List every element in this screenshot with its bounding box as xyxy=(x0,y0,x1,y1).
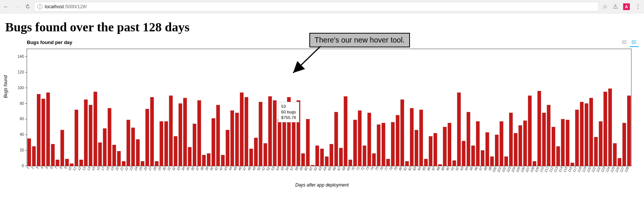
bar[interactable] xyxy=(367,113,371,166)
bar[interactable] xyxy=(306,119,309,166)
forward-icon[interactable]: → xyxy=(14,3,20,10)
bar[interactable] xyxy=(292,118,295,166)
bar[interactable] xyxy=(452,160,456,166)
bar[interactable] xyxy=(221,155,224,166)
bar[interactable] xyxy=(386,159,390,166)
bar[interactable] xyxy=(604,92,607,166)
bar[interactable] xyxy=(325,157,328,166)
bar[interactable] xyxy=(613,143,616,166)
bar[interactable] xyxy=(302,154,305,166)
bar[interactable] xyxy=(174,136,177,166)
bar[interactable] xyxy=(627,96,631,166)
back-icon[interactable]: ← xyxy=(3,3,9,10)
bar[interactable] xyxy=(537,91,541,166)
bar[interactable] xyxy=(542,113,546,166)
bar[interactable] xyxy=(585,104,588,166)
bar[interactable] xyxy=(245,97,248,166)
bar[interactable] xyxy=(28,139,31,166)
bar[interactable] xyxy=(608,89,612,166)
bar[interactable] xyxy=(481,150,484,166)
bar[interactable] xyxy=(396,115,399,166)
bar[interactable] xyxy=(98,142,102,166)
bar[interactable] xyxy=(590,98,593,166)
bar[interactable] xyxy=(528,96,531,166)
bar[interactable] xyxy=(56,160,59,166)
bar[interactable] xyxy=(594,137,597,166)
alert-icon[interactable]: ⚠ xyxy=(613,3,618,10)
bar[interactable] xyxy=(60,130,64,166)
bar[interactable] xyxy=(183,98,187,166)
bar[interactable] xyxy=(249,149,253,166)
bar[interactable] xyxy=(122,161,125,166)
bar[interactable] xyxy=(188,147,192,166)
bar[interactable] xyxy=(519,125,522,166)
bar[interactable] xyxy=(207,154,210,166)
bar[interactable] xyxy=(339,148,342,166)
bar[interactable] xyxy=(316,146,319,166)
bar[interactable] xyxy=(108,108,111,166)
bar[interactable] xyxy=(65,159,69,166)
bar[interactable] xyxy=(259,102,262,166)
bar[interactable] xyxy=(348,160,352,166)
bar[interactable] xyxy=(117,151,121,166)
bar[interactable] xyxy=(391,122,395,166)
bar[interactable] xyxy=(575,110,579,166)
bar[interactable] xyxy=(358,110,362,166)
bar[interactable] xyxy=(164,122,168,166)
bar[interactable] xyxy=(490,157,494,166)
bar[interactable] xyxy=(462,141,465,166)
bar[interactable] xyxy=(566,120,569,166)
bar[interactable] xyxy=(150,97,154,166)
bar[interactable] xyxy=(429,136,432,166)
bar[interactable] xyxy=(486,132,489,166)
bar[interactable] xyxy=(344,97,347,166)
bar[interactable] xyxy=(268,97,272,166)
bar[interactable] xyxy=(556,147,560,166)
bar[interactable] xyxy=(226,130,229,166)
bar[interactable] xyxy=(415,130,418,166)
bar[interactable] xyxy=(382,123,385,166)
bar[interactable] xyxy=(193,124,196,166)
bar[interactable] xyxy=(46,93,50,166)
bar[interactable] xyxy=(495,135,498,166)
bar[interactable] xyxy=(42,99,45,166)
bar[interactable] xyxy=(523,121,527,166)
bar[interactable] xyxy=(202,155,206,166)
bar[interactable] xyxy=(505,157,508,166)
bar[interactable] xyxy=(287,97,291,166)
bar[interactable] xyxy=(278,119,281,166)
chart-area[interactable]: Bugs found 02040608010012014012345678910… xyxy=(5,46,639,173)
bar[interactable] xyxy=(70,164,73,166)
star-icon[interactable]: ☆ xyxy=(602,3,607,10)
bar[interactable] xyxy=(476,122,480,166)
bar[interactable] xyxy=(198,100,201,166)
reload-icon[interactable]: ↻ xyxy=(24,3,32,11)
bar[interactable] xyxy=(235,113,239,166)
bar[interactable] xyxy=(410,108,413,166)
bar[interactable] xyxy=(89,105,92,166)
bar[interactable] xyxy=(448,123,451,166)
bar[interactable] xyxy=(467,112,470,166)
bar[interactable] xyxy=(438,165,442,166)
bar[interactable] xyxy=(37,94,40,166)
extension-badge[interactable]: A xyxy=(623,3,630,10)
bar[interactable] xyxy=(580,102,583,166)
bar[interactable] xyxy=(155,161,158,166)
bar[interactable] xyxy=(500,122,503,166)
bar[interactable] xyxy=(330,144,333,166)
bar[interactable] xyxy=(136,140,139,166)
bar[interactable] xyxy=(263,143,267,166)
bar[interactable] xyxy=(457,93,461,166)
bar[interactable] xyxy=(320,149,323,166)
bar[interactable] xyxy=(217,105,220,166)
kebab-icon[interactable]: ⋮ xyxy=(635,3,641,10)
bar[interactable] xyxy=(146,109,149,166)
bar[interactable] xyxy=(179,104,182,166)
bar[interactable] xyxy=(420,110,423,166)
bar[interactable] xyxy=(509,113,512,166)
bar[interactable] xyxy=(599,122,602,166)
bar[interactable] xyxy=(94,92,97,166)
bar[interactable] xyxy=(132,128,135,166)
url-bar[interactable]: i localhost:5000/128/ xyxy=(34,2,599,12)
bar[interactable] xyxy=(273,100,277,166)
